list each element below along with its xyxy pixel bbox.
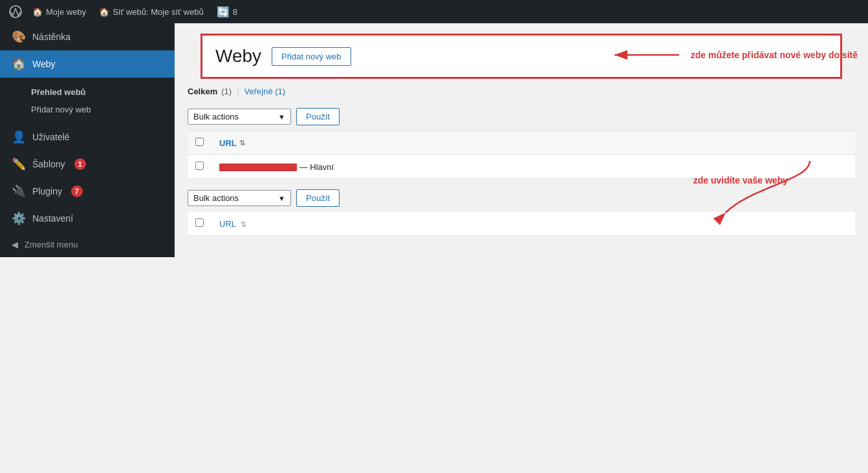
sidebar-subitem-pridat[interactable]: Přidat nový web: [0, 101, 175, 118]
sidebar-item-uzivatele[interactable]: 👤 Uživatelé: [0, 123, 175, 151]
settings-icon: ⚙️: [12, 211, 26, 226]
sidebar-collapse[interactable]: ◀ Zmenšit menu: [0, 232, 175, 257]
admin-bar-network[interactable]: 🏠 Síť webů: Moje síť webů: [92, 0, 210, 23]
sidebar-item-weby[interactable]: 🏠 Weby: [0, 50, 175, 78]
sidebar-subsection-weby: Přehled webů Přidat nový web: [0, 78, 175, 123]
row-checkbox[interactable]: [195, 162, 204, 170]
filter-separator: |: [237, 87, 239, 96]
filter-total-label: Celkem: [188, 87, 217, 96]
admin-bar-my-sites[interactable]: 🏠 Moje weby: [26, 0, 92, 23]
apply-button-top[interactable]: Použít: [296, 108, 340, 125]
add-new-button[interactable]: Přidat nový web: [272, 47, 351, 66]
bulk-row-top: Bulk actions ▼ Použít: [188, 103, 855, 131]
admin-bar: 🏠 Moje weby 🏠 Síť webů: Moje síť webů 🔄 …: [0, 0, 868, 23]
sidebar-item-nastaveni[interactable]: ⚙️ Nastavení: [0, 205, 175, 232]
page-title: Weby: [215, 46, 261, 67]
sidebar-item-pluginy[interactable]: 🔌 Pluginy 7: [0, 178, 175, 205]
select-all-checkbox[interactable]: [195, 138, 204, 146]
sort-arrows-icon: ⇅: [239, 139, 245, 147]
filter-bar: Celkem (1) | Veřejné (1): [175, 87, 868, 103]
sort-footer-icon: ⇅: [241, 220, 246, 228]
dashboard-icon: 🎨: [12, 30, 26, 44]
sidebar-item-nastanka[interactable]: 🎨 Nástěnka: [0, 23, 175, 50]
collapse-icon: ◀: [12, 240, 18, 249]
url-cell-footer: URL ⇅: [212, 212, 855, 236]
table-area: Bulk actions ▼ Použít: [175, 103, 868, 249]
page-header: Weby Přidat nový web: [201, 34, 842, 79]
chevron-down-icon-bottom: ▼: [278, 194, 285, 202]
filter-total-count: (1): [221, 87, 232, 96]
users-icon: 👤: [12, 130, 26, 144]
house-icon: 🏠: [32, 7, 43, 17]
bulk-actions-select-bottom[interactable]: Bulk actions ▼: [188, 190, 291, 206]
url-column-header[interactable]: URL ⇅: [219, 138, 847, 148]
network-icon: 🏠: [99, 7, 109, 17]
bulk-row-bottom: Bulk actions ▼ Použít: [188, 184, 855, 212]
chevron-down-icon: ▼: [278, 113, 285, 121]
sidebar: 🎨 Nástěnka 🏠 Weby Přehled webů Přidat no…: [0, 23, 175, 257]
row-checkbox-footer[interactable]: [195, 218, 204, 227]
url-link-footer[interactable]: URL ⇅: [219, 219, 246, 229]
svg-point-0: [10, 6, 21, 17]
sync-icon: 🔄: [217, 6, 230, 18]
apply-button-bottom[interactable]: Použít: [296, 189, 340, 207]
sites-icon: 🏠: [12, 57, 26, 71]
wp-logo-icon[interactable]: [5, 0, 26, 23]
table-row-footer: URL ⇅: [188, 212, 855, 236]
redacted-url: [219, 163, 297, 171]
bulk-actions-select-top[interactable]: Bulk actions ▼: [188, 109, 291, 125]
sidebar-subitem-prehled[interactable]: Přehled webů: [0, 83, 175, 101]
url-cell: — Hlavní: [212, 155, 855, 179]
themes-icon: ✏️: [12, 157, 26, 171]
content-area: Weby Přidat nový web zde můžete přidávat…: [175, 23, 868, 257]
table-row: — Hlavní: [188, 155, 855, 179]
admin-bar-updates[interactable]: 🔄 8: [210, 0, 244, 23]
sites-table-footer: URL ⇅: [188, 212, 855, 236]
sidebar-item-sablony[interactable]: ✏️ Šablony 1: [0, 151, 175, 178]
sites-table: URL ⇅ —: [188, 131, 855, 179]
plugins-icon: 🔌: [12, 184, 26, 198]
filter-public-link[interactable]: Veřejné (1): [244, 87, 286, 96]
